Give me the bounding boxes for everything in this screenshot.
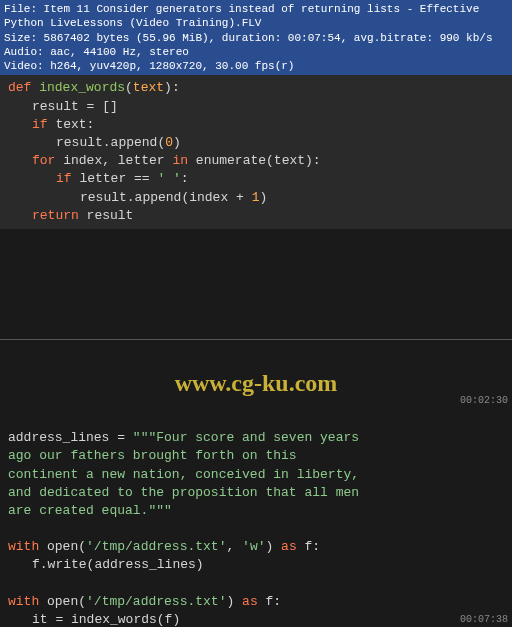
code-line: if letter == ' ':	[8, 170, 504, 188]
code-line: with open('/tmp/address.txt') as f:	[8, 593, 504, 611]
code-line: result.append(index + 1)	[8, 189, 504, 207]
code-line: address_lines = """Four score and seven …	[8, 429, 504, 447]
code-block-top: def index_words(text): result = [] if te…	[0, 75, 512, 229]
code-line: return result	[8, 207, 504, 225]
video-info-line: Video: h264, yuv420p, 1280x720, 30.00 fp…	[4, 59, 508, 73]
code-line: f.write(address_lines)	[8, 556, 504, 574]
code-line: def index_words(text):	[8, 79, 504, 97]
file-info-line: File: Item 11 Consider generators instea…	[4, 2, 508, 31]
code-line-dim	[8, 411, 504, 429]
watermark-text: www.cg-ku.com	[0, 340, 512, 407]
size-info-line: Size: 5867402 bytes (55.96 MiB), duratio…	[4, 31, 508, 45]
code-block-bottom: address_lines = """Four score and seven …	[0, 407, 512, 627]
code-line: for index, letter in enumerate(text):	[8, 152, 504, 170]
code-line	[8, 575, 504, 593]
audio-info-line: Audio: aac, 44100 Hz, stereo	[4, 45, 508, 59]
timestamp-top: 00:02:30	[460, 395, 508, 406]
media-info-header: File: Item 11 Consider generators instea…	[0, 0, 512, 75]
code-line: and dedicated to the proposition that al…	[8, 484, 504, 502]
code-line: are created equal."""	[8, 502, 504, 520]
code-line	[8, 520, 504, 538]
code-line: result.append(0)	[8, 134, 504, 152]
code-line: continent a new nation, conceived in lib…	[8, 466, 504, 484]
code-line: result = []	[8, 98, 504, 116]
code-line: it = index_words(f)	[8, 611, 504, 627]
code-line: ago our fathers brought forth on this	[8, 447, 504, 465]
code-line: if text:	[8, 116, 504, 134]
timestamp-bottom: 00:07:38	[460, 614, 508, 625]
code-line: with open('/tmp/address.txt', 'w') as f:	[8, 538, 504, 556]
